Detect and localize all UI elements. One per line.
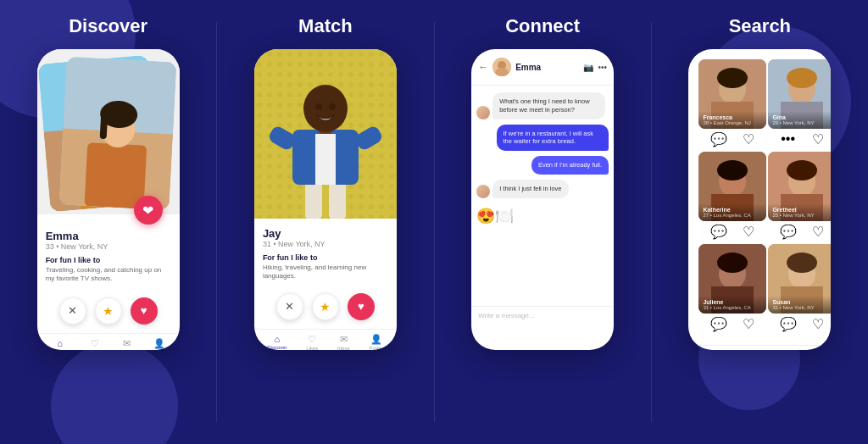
match-action-buttons: ✕ ★ ♥ [254, 286, 397, 327]
match-title: Match [298, 15, 353, 37]
search-actions-3: 💬 ♡ [698, 221, 766, 242]
search-card-col-3: Katherine 27 • Los Angeles, CA 💬 ♡ [698, 152, 766, 242]
search-card-6-overlay: Susan 31 • New York, NY [768, 296, 831, 314]
search-heart-6[interactable]: ♡ [812, 316, 824, 332]
search-card-2-overlay: Gina 29 • New York, NY [768, 111, 831, 129]
match-nav-likes[interactable]: ♡ Likes [306, 334, 318, 350]
nav-discover[interactable]: ⌂ Discover [50, 338, 70, 350]
avatar-illustration [492, 58, 511, 76]
action-buttons: ✕ ★ ♥ [37, 291, 180, 331]
connect-phone: ← Emma 📷 ••• What's one [471, 49, 614, 350]
search-card-col-5: Juliene 31 • Los Angeles, CA 💬 ♡ [698, 244, 766, 335]
nav-likes[interactable]: ♡ Likes [89, 338, 101, 350]
search-name-2: Gina [772, 114, 831, 120]
match-photo-area [254, 49, 397, 219]
svg-point-39 [717, 160, 748, 180]
match-nav-inbox[interactable]: ✉ Inbox [337, 334, 350, 350]
match-section-label: For fun I like to [263, 253, 388, 262]
search-card-3[interactable]: Katherine 27 • Los Angeles, CA [698, 152, 766, 221]
like-badge: ❤ [134, 196, 163, 225]
match-nav-discover[interactable]: ⌂ Discover [267, 334, 287, 350]
search-chat-1[interactable]: 💬 [710, 131, 727, 147]
chat-header: ← Emma 📷 ••• [471, 49, 614, 86]
search-bottom-nav: ⊕ Discover ♡ Likes ✉ Inbox 👤 Profile [688, 345, 831, 350]
superlike-button[interactable]: ★ [95, 297, 122, 325]
message-1: What's one thing I need to know before w… [492, 92, 605, 119]
search-heart-4[interactable]: ♡ [812, 224, 824, 240]
match-nav-inbox-label: Inbox [337, 346, 350, 350]
match-dislike-button[interactable]: ✕ [276, 293, 303, 320]
back-arrow[interactable]: ← [478, 61, 488, 73]
dislike-button[interactable]: ✕ [59, 297, 86, 325]
nav-discover-label: Discover [50, 349, 70, 350]
discover-cards: ❤ [37, 49, 180, 214]
search-chat-5[interactable]: 💬 [710, 316, 727, 332]
search-card-6[interactable]: Susan 31 • New York, NY [768, 244, 831, 314]
message-input-placeholder[interactable]: Write a message... [478, 312, 607, 319]
nav-profile[interactable]: 👤 Profile [152, 338, 166, 350]
discover-bottom-nav: ⌂ Discover ♡ Likes ✉ Inbox 👤 Profile [37, 333, 180, 350]
match-phone: Jay 31 • New York, NY For fun I like to … [254, 49, 397, 350]
search-actions-5: 💬 ♡ [698, 314, 766, 335]
svg-point-22 [303, 85, 348, 132]
message-4-container: I think I just fell in love [476, 180, 609, 198]
search-name-6: Susan [772, 299, 831, 305]
search-heart-1[interactable]: ♡ [743, 131, 754, 147]
profile-description: Traveling, cooking, and catching up on m… [46, 266, 171, 284]
search-sub-3: 27 • Los Angeles, CA [703, 213, 762, 218]
match-section: Match [217, 0, 433, 444]
match-likes-icon: ♡ [308, 334, 316, 345]
emoji-message: 😍🍽️ [476, 203, 514, 229]
match-age-location: 31 • New York, NY [263, 240, 388, 248]
search-more-2[interactable]: ••• [781, 131, 795, 147]
nav-inbox[interactable]: ✉ Inbox [120, 338, 133, 350]
search-card-4[interactable]: Gretheel 25 • New York, NY [768, 152, 831, 221]
search-chat-6[interactable]: 💬 [780, 316, 797, 332]
search-chat-4[interactable]: 💬 [780, 224, 797, 240]
more-icon[interactable]: ••• [598, 63, 608, 72]
match-superlike-button[interactable]: ★ [312, 293, 339, 320]
match-like-button[interactable]: ♥ [348, 293, 375, 320]
match-photo [254, 49, 397, 219]
chat-input-area[interactable]: Write a message... [471, 306, 614, 325]
connect-section: Connect ← Emma 📷 ••• [435, 0, 651, 444]
match-profile-name: Jay [263, 227, 388, 240]
message-avatar-1 [476, 106, 490, 119]
message-4: I think I just fell in love [492, 180, 568, 198]
search-actions-1: 💬 ♡ [698, 129, 766, 150]
chat-avatar [492, 58, 511, 76]
search-actions-6: 💬 ♡ [768, 314, 831, 335]
match-nav-likes-label: Likes [306, 346, 318, 350]
discover-section: Discover [0, 0, 216, 444]
profile-section-label: For fun I like to [46, 256, 171, 264]
search-card-col-6: Susan 31 • New York, NY 💬 ♡ [768, 244, 831, 335]
search-card-4-overlay: Gretheel 25 • New York, NY [768, 203, 831, 221]
search-card-2[interactable]: Gina 29 • New York, NY [768, 59, 831, 129]
chat-username: Emma [515, 63, 578, 72]
search-sub-1: 28 • East Orange, NJ [703, 120, 762, 125]
chat-messages: What's one thing I need to know before w… [471, 86, 614, 306]
match-profile-info: Jay 31 • New York, NY For fun I like to … [254, 219, 397, 286]
search-heart-2[interactable]: ♡ [812, 131, 824, 147]
like-button[interactable]: ♥ [131, 297, 158, 325]
search-name-3: Katherine [703, 207, 762, 213]
profile-icon: 👤 [153, 338, 165, 349]
match-bottom-nav: ⌂ Discover ♡ Likes ✉ Inbox 👤 Profile [254, 329, 397, 350]
search-card-5[interactable]: Juliene 31 • Los Angeles, CA [698, 244, 766, 314]
search-sub-4: 25 • New York, NY [772, 213, 831, 218]
search-card-1[interactable]: Francesca 28 • East Orange, NJ [698, 59, 766, 129]
match-nav-profile[interactable]: 👤 Profile [369, 334, 383, 350]
likes-icon: ♡ [91, 338, 99, 349]
search-heart-5[interactable]: ♡ [743, 316, 754, 332]
search-heart-3[interactable]: ♡ [743, 224, 754, 240]
profile-photo-front [58, 57, 176, 211]
video-icon[interactable]: 📷 [583, 63, 593, 72]
search-card-5-overlay: Juliene 31 • Los Angeles, CA [698, 296, 766, 314]
svg-point-31 [717, 68, 748, 88]
search-card-3-overlay: Katherine 27 • Los Angeles, CA [698, 203, 766, 221]
connect-title: Connect [505, 15, 580, 37]
home-icon: ⌂ [57, 338, 63, 348]
search-chat-3[interactable]: 💬 [710, 224, 727, 240]
match-inbox-icon: ✉ [340, 334, 348, 345]
svg-point-47 [717, 253, 748, 273]
